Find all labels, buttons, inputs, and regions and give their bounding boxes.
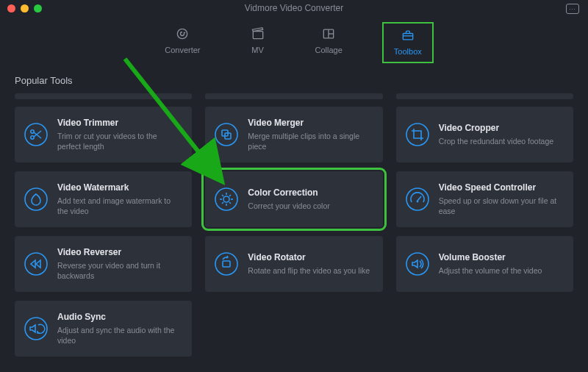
svg-point-17 [215,188,237,210]
tab-label: Converter [165,46,200,54]
card-video-trimmer[interactable]: Video Trimmer Trim or cut your videos to… [15,107,192,162]
svg-point-18 [223,196,229,202]
card-desc: Reverse your video and turn it backwards [57,260,182,281]
card-desc: Adjust and sync the audio with the video [57,325,182,346]
speaker-icon [405,251,430,276]
card-desc: Rotate and flip the video as you like [248,265,372,276]
card-video-speed[interactable]: Video Speed Controller Speed up or slow … [396,171,573,227]
window-controls [7,4,42,12]
merge-icon [214,122,239,147]
tab-label: Collage [315,46,343,54]
svg-line-23 [222,195,223,196]
card-title: Video Trimmer [57,118,182,128]
scissors-icon [24,122,49,147]
close-window-button[interactable] [7,4,15,12]
brightness-icon [214,187,239,212]
tab-label: MV [251,46,264,54]
card-title: Volume Booster [439,252,563,262]
svg-line-26 [229,195,231,196]
rewind-icon [24,251,49,276]
spacer-card [396,93,573,99]
feedback-icon[interactable]: ··· [566,4,579,14]
svg-point-34 [25,318,47,340]
svg-line-24 [229,202,231,204]
card-desc: Speed up or slow down your file at ease [439,196,563,216]
card-title: Video Merger [248,118,372,128]
svg-rect-1 [253,32,262,39]
gauge-icon [405,187,430,212]
svg-point-31 [215,253,237,275]
minimize-window-button[interactable] [21,4,29,12]
card-title: Video Speed Controller [439,182,563,193]
tab-mv[interactable]: MV [240,22,276,63]
svg-rect-5 [403,34,412,40]
card-title: Audio Sync [57,312,182,322]
rotate-icon [214,251,239,276]
spacer-card [15,93,192,99]
clapboard-icon [251,26,265,41]
card-title: Video Watermark [57,182,182,193]
tools-grid: Video Trimmer Trim or cut your videos to… [0,107,588,357]
card-title: Video Reverser [57,247,182,257]
card-desc: Adjust the volume of the video [439,265,563,276]
window-titlebar: Vidmore Video Converter ··· [0,0,588,16]
card-volume-booster[interactable]: Volume Booster Adjust the volume of the … [396,236,573,292]
svg-point-0 [178,29,187,38]
svg-point-16 [25,188,47,210]
card-video-watermark[interactable]: Video Watermark Add text and image water… [15,171,192,227]
collage-icon [321,26,336,41]
card-title: Color Correction [248,187,372,198]
audio-sync-icon [24,316,49,341]
top-spacer-row [0,93,588,107]
toolbox-icon [401,28,415,43]
card-title: Video Rotator [248,252,372,262]
zoom-window-button[interactable] [34,4,42,12]
card-video-reverser[interactable]: Video Reverser Reverse your video and tu… [15,236,192,292]
watermark-icon [24,187,49,212]
spacer-card [205,93,382,99]
svg-point-12 [215,124,237,146]
card-video-merger[interactable]: Video Merger Merge multiple clips into a… [205,107,382,162]
card-video-rotator[interactable]: Video Rotator Rotate and flip the video … [205,236,382,292]
section-title: Popular Tools [15,75,588,86]
tab-collage[interactable]: Collage [305,22,353,63]
card-video-cropper[interactable]: Video Cropper Crop the redundant video f… [396,107,573,162]
card-audio-sync[interactable]: Audio Sync Adjust and sync the audio wit… [15,301,192,357]
svg-rect-32 [223,261,230,267]
tab-converter[interactable]: Converter [154,22,210,63]
card-color-correction[interactable]: Color Correction Correct your video colo… [205,171,382,227]
svg-point-27 [406,188,429,210]
card-title: Video Cropper [439,123,563,133]
svg-point-8 [31,130,34,133]
card-desc: Crop the redundant video footage [439,136,563,146]
main-tabs: Converter MV Collage Toolbox [0,16,588,63]
svg-point-15 [406,124,429,146]
card-desc: Correct your video color [248,201,372,211]
svg-line-25 [222,202,223,204]
tab-label: Toolbox [394,47,422,56]
converter-icon [175,26,190,41]
svg-point-9 [31,136,34,139]
card-desc: Merge multiple clips into a single piece [248,131,372,151]
card-desc: Trim or cut your videos to the perfect l… [57,131,182,151]
card-desc: Add text and image watermark to the vide… [57,196,182,216]
window-title: Vidmore Video Converter [0,3,588,13]
svg-point-29 [416,201,418,203]
tab-toolbox[interactable]: Toolbox [382,22,434,63]
crop-icon [405,122,430,147]
svg-line-28 [417,196,421,201]
